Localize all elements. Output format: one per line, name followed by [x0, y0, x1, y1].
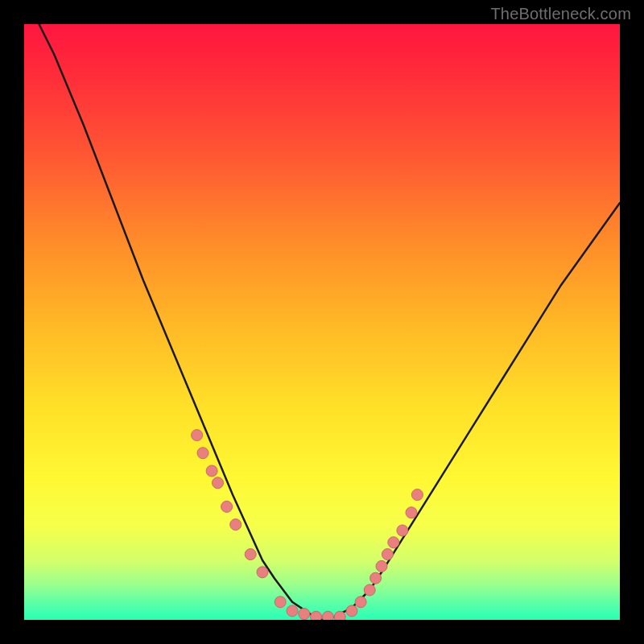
sample-dot — [192, 430, 203, 441]
sample-dot — [275, 597, 286, 608]
sample-dot — [299, 609, 310, 620]
sample-dot — [411, 489, 423, 501]
sample-dot — [346, 605, 357, 617]
sample-dot — [406, 507, 417, 518]
curve-layer — [24, 24, 620, 620]
sample-dot — [311, 611, 322, 620]
sample-dot — [287, 605, 298, 617]
sample-dot — [355, 597, 366, 608]
chart-svg — [24, 24, 620, 620]
sample-dot — [397, 525, 408, 536]
chart-frame: TheBottleneck.com — [0, 0, 644, 644]
sample-dot — [322, 611, 333, 620]
sample-dot — [370, 572, 382, 584]
watermark-label: TheBottleneck.com — [490, 5, 631, 23]
sample-dot — [213, 477, 224, 489]
sample-dot — [221, 501, 233, 512]
sample-dot — [197, 448, 208, 459]
sample-dot — [376, 560, 387, 572]
sample-dot — [206, 465, 217, 477]
sample-dot — [257, 567, 268, 578]
plot-area — [24, 24, 620, 620]
sample-dot — [230, 519, 242, 530]
sample-dot — [245, 549, 256, 560]
sample-dot — [364, 584, 375, 596]
sample-dot — [382, 549, 393, 560]
sample-dot — [334, 611, 345, 620]
dots-layer — [192, 430, 423, 620]
bottleneck-curve — [24, 24, 620, 620]
sample-dot — [388, 537, 399, 548]
